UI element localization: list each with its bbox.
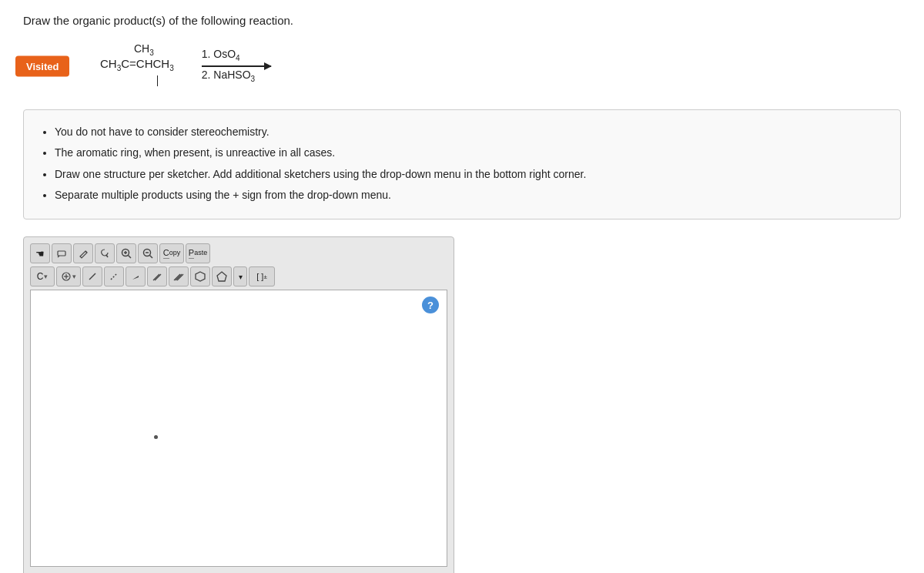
reaction-molecule: CH3 CH3C=CHCH3	[100, 41, 174, 91]
instruction-item: You do not have to consider stereochemis…	[55, 122, 883, 142]
lasso-tool[interactable]	[95, 243, 115, 263]
svg-line-7	[150, 256, 153, 259]
sketcher-outer: ☚ C opy	[23, 236, 454, 573]
eraser-tool[interactable]	[52, 243, 72, 263]
page-wrapper: Draw the organic product(s) of the follo…	[0, 0, 924, 573]
reaction-arrow-area: 1. OsO4 2. NaHSO3	[202, 48, 271, 85]
reagent1: 1. OsO4	[202, 48, 240, 62]
pencil-tool[interactable]	[73, 243, 93, 263]
copy-tool[interactable]: C opy	[159, 243, 184, 263]
visited-badge: Visited	[15, 55, 69, 76]
svg-marker-13	[132, 276, 139, 280]
svg-line-12	[111, 273, 117, 280]
add-atom-tool[interactable]: ▾	[56, 266, 81, 286]
instructions-list: You do not have to consider stereochemis…	[41, 122, 883, 205]
toolbar-row2: C▾ ▾	[30, 266, 447, 286]
hex-ring-tool[interactable]	[190, 266, 210, 286]
double-bond-tool[interactable]	[147, 266, 167, 286]
reagent2: 2. NaHSO3	[202, 69, 255, 83]
dot-marker	[154, 435, 158, 439]
canvas-area[interactable]: ?	[30, 290, 447, 567]
svg-marker-20	[217, 272, 226, 281]
instruction-item: Draw one structure per sketcher. Add add…	[55, 165, 883, 184]
paste-tool[interactable]: P aste	[186, 243, 210, 263]
page-title: Draw the organic product(s) of the follo…	[23, 14, 901, 27]
charge-tool[interactable]: [ ]±	[249, 266, 275, 286]
svg-marker-19	[196, 272, 205, 281]
instruction-item: Separate multiple products using the + s…	[55, 186, 883, 205]
zoom-out-tool[interactable]	[138, 243, 158, 263]
arrow-line	[202, 65, 271, 67]
molecule-formula: CH3C=CHCH3	[100, 55, 174, 74]
svg-rect-0	[58, 251, 65, 256]
instruction-item: The aromatic ring, when present, is unre…	[55, 143, 883, 163]
hand-tool[interactable]: ☚	[30, 243, 50, 263]
triple-bond-tool[interactable]	[169, 266, 189, 286]
dotted-bond-tool[interactable]	[104, 266, 124, 286]
svg-line-11	[89, 273, 95, 280]
toolbar-row1: ☚ C opy	[30, 243, 447, 263]
single-bond-tool[interactable]	[82, 266, 102, 286]
ring-dropdown[interactable]: ▾	[233, 266, 247, 286]
wedge-solid-tool[interactable]	[126, 266, 146, 286]
zoom-in-tool[interactable]	[116, 243, 136, 263]
carbon-dropdown-tool[interactable]: C▾	[30, 266, 55, 286]
instructions-box: You do not have to consider stereochemis…	[23, 109, 901, 219]
pent-ring-tool[interactable]	[212, 266, 232, 286]
svg-line-4	[129, 256, 132, 259]
help-button[interactable]: ?	[422, 297, 439, 313]
reaction-area: Visited CH3 CH3C=CHCH3 1. OsO4 2. NaHSO3	[23, 41, 901, 91]
